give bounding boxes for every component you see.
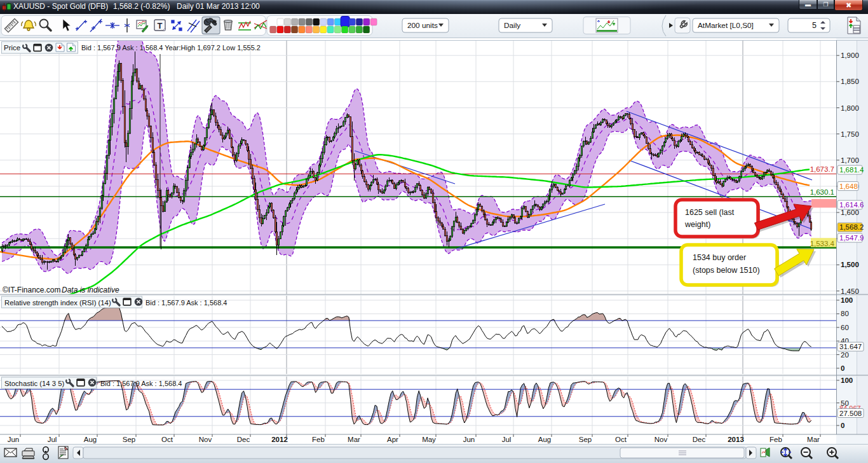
svg-text:1,850: 1,850 <box>841 78 859 85</box>
svg-text:100: 100 <box>841 296 853 304</box>
svg-text:Nov: Nov <box>199 436 212 443</box>
svg-text:60: 60 <box>841 324 849 331</box>
svg-text:1,450: 1,450 <box>841 287 859 295</box>
svg-text:1,700: 1,700 <box>841 156 859 164</box>
svg-text:©IT-Finance.com: ©IT-Finance.com <box>3 286 61 294</box>
svg-text:T: T <box>158 21 163 31</box>
svg-text:80: 80 <box>841 310 849 317</box>
svg-text:Mar: Mar <box>807 436 820 443</box>
svg-text:1,750: 1,750 <box>841 130 859 138</box>
svg-text:1,681.4: 1,681.4 <box>839 166 864 174</box>
svg-text:Aug: Aug <box>538 436 551 443</box>
svg-text:Jul: Jul <box>48 436 57 443</box>
svg-text:200 units: 200 units <box>407 21 438 30</box>
svg-text:Sep: Sep <box>123 436 135 443</box>
svg-text:1,533.4: 1,533.4 <box>810 240 835 247</box>
svg-text:Bid : 1,567.9 Ask : 1,568.4: Bid : 1,567.9 Ask : 1,568.4 <box>100 380 182 387</box>
svg-text:0: 0 <box>841 364 844 372</box>
svg-text:1,547.9: 1,547.9 <box>839 234 864 242</box>
svg-text:Mar: Mar <box>348 436 360 443</box>
svg-text:1,673.7: 1,673.7 <box>810 165 834 173</box>
svg-text:1,800: 1,800 <box>841 104 859 112</box>
svg-text:Aug: Aug <box>84 436 97 443</box>
svg-text:Data is indicative: Data is indicative <box>62 286 119 294</box>
svg-text:Price: Price <box>4 44 20 52</box>
svg-text:1625 sell (last: 1625 sell (last <box>685 208 735 217</box>
svg-text:Stochastic (14 3 5): Stochastic (14 3 5) <box>4 380 64 387</box>
svg-text:1534 buy order: 1534 buy order <box>693 253 746 262</box>
svg-text:0: 0 <box>841 422 844 429</box>
svg-text:1,900: 1,900 <box>841 52 859 59</box>
svg-text:Relative strength index (RSI): Relative strength index (RSI) (14) <box>4 299 111 307</box>
svg-text:Jul: Jul <box>502 436 512 443</box>
svg-text:May: May <box>422 436 436 443</box>
svg-text:Daily: Daily <box>504 21 520 30</box>
svg-text:Jun: Jun <box>8 436 20 443</box>
svg-text:1,568.2: 1,568.2 <box>839 223 864 231</box>
svg-text:100: 100 <box>841 377 853 384</box>
svg-text:1,614.6: 1,614.6 <box>839 201 864 209</box>
svg-text:1,500: 1,500 <box>841 261 859 268</box>
svg-text:Nov: Nov <box>654 436 668 443</box>
svg-text:weight): weight) <box>684 220 710 229</box>
svg-text:Oct: Oct <box>615 436 627 443</box>
svg-text:Jun: Jun <box>463 436 475 443</box>
svg-text:5: 5 <box>812 21 817 30</box>
svg-text:Sep: Sep <box>579 436 592 443</box>
svg-text:(stops below 1510): (stops below 1510) <box>693 266 760 275</box>
svg-text:1,600: 1,600 <box>841 209 859 216</box>
svg-text:20: 20 <box>841 351 849 359</box>
svg-text:31.647: 31.647 <box>839 343 862 350</box>
svg-text:Bid : 1,567.9 Ask : 1,568.4: Bid : 1,567.9 Ask : 1,568.4 <box>146 299 227 307</box>
svg-text:Dec: Dec <box>237 436 250 443</box>
svg-text:1,648: 1,648 <box>839 183 858 190</box>
svg-text:27.508: 27.508 <box>839 410 862 417</box>
svg-text:Feb: Feb <box>312 436 325 443</box>
svg-text:AtMarket [L0,S0]: AtMarket [L0,S0] <box>698 21 754 30</box>
svg-text:Apr: Apr <box>387 436 398 443</box>
svg-text:2013: 2013 <box>728 436 744 443</box>
svg-text:Dec: Dec <box>693 436 706 443</box>
svg-text:2012: 2012 <box>271 436 288 443</box>
svg-text:Feb: Feb <box>770 436 782 443</box>
svg-text:Bid : 1,567.9 Ask : 1,568.4 Ye: Bid : 1,567.9 Ask : 1,568.4 Year:High 1,… <box>81 44 261 52</box>
svg-text:1,630.1: 1,630.1 <box>810 188 834 196</box>
svg-text:Oct: Oct <box>161 436 173 443</box>
